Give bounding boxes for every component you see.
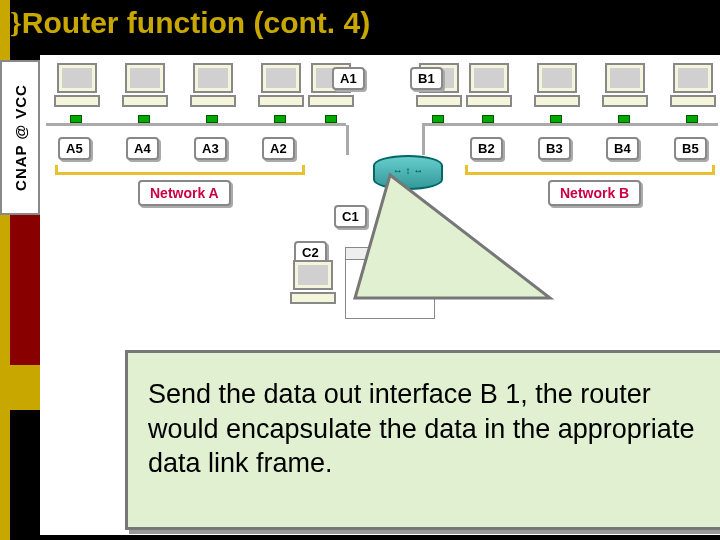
nic (618, 115, 630, 123)
bus-b (422, 123, 718, 126)
host-label: B2 (470, 137, 503, 160)
nic (325, 115, 337, 123)
sidebar-badge: CNAP @ VCC (0, 60, 40, 215)
router-link (422, 125, 425, 155)
nic (550, 115, 562, 123)
pc (188, 63, 238, 111)
sidebar: CNAP @ VCC (0, 0, 40, 540)
nic (482, 115, 494, 123)
nic (138, 115, 150, 123)
host-label: A5 (58, 137, 91, 160)
router-icon: ↔ ↕ ↔ (373, 155, 443, 200)
pc (288, 260, 338, 308)
page-title: }Router function (cont. 4) (10, 6, 370, 40)
sidebar-label: CNAP @ VCC (12, 84, 29, 191)
network-b-label: Network B (548, 180, 641, 206)
port-label-d: D (385, 205, 405, 228)
callout-text: Send the data out interface B 1, the rou… (148, 377, 717, 481)
host-label: B5 (674, 137, 707, 160)
pc (464, 63, 514, 111)
nic (686, 115, 698, 123)
pc (120, 63, 170, 111)
page-title-text: Router function (cont. 4) (22, 6, 370, 39)
network-a-label: Network A (138, 180, 231, 206)
port-label-c1: C1 (334, 205, 367, 228)
pc (256, 63, 306, 111)
router-link (346, 125, 349, 155)
host-label: B3 (538, 137, 571, 160)
host-label-b1: B1 (410, 67, 443, 90)
network-diagram: A1 B1 A5 A4 A3 A2 B2 B3 B4 B5 Network A … (40, 55, 720, 535)
sidebar-red (10, 215, 40, 365)
nic (432, 115, 444, 123)
host-label: A2 (262, 137, 295, 160)
bus-a (46, 123, 346, 126)
bracket-b (465, 165, 715, 175)
callout-box: Send the data out interface B 1, the rou… (125, 350, 720, 530)
nic (206, 115, 218, 123)
pc (600, 63, 650, 111)
host-label: A3 (194, 137, 227, 160)
nic (274, 115, 286, 123)
bracket-a (55, 165, 305, 175)
host-label: B4 (606, 137, 639, 160)
pc (532, 63, 582, 111)
host-label-a1: A1 (332, 67, 365, 90)
routing-table-icon (345, 247, 435, 319)
pc (52, 63, 102, 111)
host-label: A4 (126, 137, 159, 160)
nic (70, 115, 82, 123)
pc (668, 63, 718, 111)
